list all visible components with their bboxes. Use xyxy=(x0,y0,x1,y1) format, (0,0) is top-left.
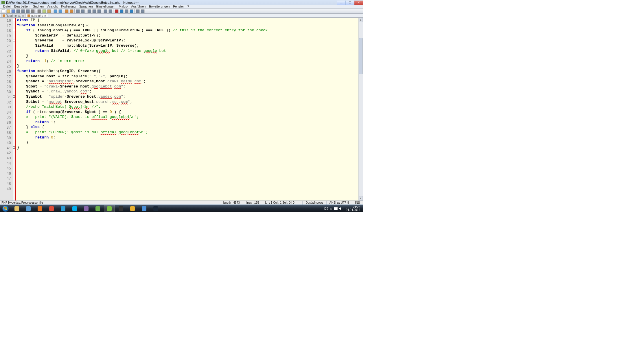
print-button[interactable] xyxy=(30,9,35,13)
taskbar-app3[interactable] xyxy=(127,205,138,212)
svg-rect-6 xyxy=(31,10,34,13)
menu-datei[interactable]: Datei xyxy=(1,5,12,8)
close-all-button[interactable] xyxy=(25,9,30,13)
taskbar-chrome[interactable] xyxy=(46,205,57,212)
save-button[interactable] xyxy=(11,9,15,13)
svg-rect-7 xyxy=(38,10,41,13)
cut-icon xyxy=(37,9,41,13)
taskbar-app4[interactable] xyxy=(139,205,150,212)
fold-toggle[interactable]: − xyxy=(13,29,15,31)
status-encoding: ANSI as UTF-8 xyxy=(326,201,352,205)
status-file-type: PHP Hypertext Preprocessor file xyxy=(0,201,220,204)
func-list-button[interactable] xyxy=(108,9,113,13)
tab-ip-inc-php[interactable]: ip.inc.php⊠ xyxy=(26,14,48,17)
close-button[interactable] xyxy=(21,9,25,13)
menu-suchen[interactable]: Suchen xyxy=(31,5,45,8)
menu-fenster[interactable]: Fenster xyxy=(171,5,185,8)
taskbar-browser[interactable] xyxy=(23,205,34,212)
open-icon xyxy=(6,9,10,13)
macro2-button[interactable] xyxy=(140,9,145,13)
cut-button[interactable] xyxy=(37,9,41,13)
menu-bearbeiten[interactable]: Bearbeiten xyxy=(12,5,31,8)
taskbar-skype[interactable] xyxy=(69,205,80,212)
paste-button[interactable] xyxy=(47,9,51,13)
clock[interactable]: 21:28 24.04.2014 xyxy=(343,205,363,212)
menu-sprachen[interactable]: Sprachen xyxy=(77,5,94,8)
menu-?[interactable]: ? xyxy=(186,5,191,8)
find-button[interactable] xyxy=(64,9,69,13)
tab-close-icon[interactable]: ⊠ xyxy=(22,14,24,17)
fold-toggle[interactable]: − xyxy=(13,146,15,149)
svg-rect-40 xyxy=(334,207,338,210)
save-all-button[interactable] xyxy=(16,9,20,13)
vertical-scrollbar[interactable]: ▲ ▼ xyxy=(358,18,363,200)
system-tray[interactable]: DE ▲ 21:28 24.04.2014 xyxy=(324,205,363,212)
taskbar-thunderbird[interactable] xyxy=(58,205,69,212)
flag-icon[interactable] xyxy=(334,207,338,210)
indent-button[interactable] xyxy=(97,9,101,13)
svg-rect-15 xyxy=(81,10,84,13)
open-button[interactable] xyxy=(6,9,10,13)
chrome-icon xyxy=(49,206,54,211)
menu-einstellungen[interactable]: Einstellungen xyxy=(95,5,117,8)
menu-kodierung[interactable]: Kodierung xyxy=(59,5,77,8)
menu-ansicht[interactable]: Ansicht xyxy=(45,5,59,8)
steam-icon xyxy=(153,206,159,211)
fold-column[interactable]: −−−−− xyxy=(13,18,15,200)
save-all-icon xyxy=(16,9,20,13)
wrap-button[interactable] xyxy=(87,9,91,13)
taskbar-app2[interactable] xyxy=(115,205,126,212)
func-list-icon xyxy=(108,9,112,13)
start-button[interactable] xyxy=(0,205,11,212)
macro1-button[interactable] xyxy=(135,9,140,13)
taskbar-explorer[interactable] xyxy=(11,205,22,212)
undo-button[interactable] xyxy=(53,9,58,13)
taskbar-steam[interactable] xyxy=(150,205,161,212)
tab-label: ip.inc.php xyxy=(31,14,43,17)
replace-button[interactable] xyxy=(69,9,74,13)
close-icon xyxy=(21,9,25,13)
folder-button[interactable] xyxy=(103,9,108,13)
svg-rect-20 xyxy=(109,10,112,13)
redo-button[interactable] xyxy=(58,9,62,13)
tray-lang[interactable]: DE xyxy=(324,207,328,210)
all-chars-button[interactable] xyxy=(92,9,96,13)
editor[interactable]: 1617181920212223242526272829303132333435… xyxy=(0,18,363,200)
rec-button[interactable] xyxy=(114,9,119,13)
scroll-up-button[interactable]: ▲ xyxy=(359,18,363,22)
menu-makro[interactable]: Makro xyxy=(117,5,130,8)
svg-rect-10 xyxy=(54,10,57,13)
volume-icon[interactable] xyxy=(339,207,342,210)
new-button[interactable] xyxy=(1,9,5,13)
taskbar-app1[interactable] xyxy=(81,205,92,212)
stop-button[interactable] xyxy=(129,9,134,13)
browser-icon xyxy=(25,206,31,211)
zoom-out-button[interactable] xyxy=(80,9,85,13)
tab-Readme-txt[interactable]: Readme.txt⊠ xyxy=(1,14,25,17)
fold-toggle[interactable]: − xyxy=(13,19,15,21)
close-button[interactable]: ✕ xyxy=(354,1,363,5)
windows-taskbar[interactable]: DE ▲ 21:28 24.04.2014 xyxy=(0,205,363,212)
taskbar-firefox[interactable] xyxy=(34,205,45,212)
svg-rect-29 xyxy=(38,206,42,211)
zoom-in-button[interactable] xyxy=(76,9,80,13)
titlebar[interactable]: E:\Working 2013\www.youtube-mp3.mobi\ser… xyxy=(0,0,363,5)
tray-up-icon[interactable]: ▲ xyxy=(330,207,333,210)
copy-button[interactable] xyxy=(42,9,46,13)
menu-erweiterungen[interactable]: Erweiterungen xyxy=(147,5,171,8)
fold-toggle[interactable]: − xyxy=(13,95,15,98)
play-multi-button[interactable] xyxy=(124,9,129,13)
minimize-button[interactable]: ▁ xyxy=(337,1,345,5)
menu-ausführen[interactable]: Ausführen xyxy=(129,5,147,8)
all-chars-icon xyxy=(92,9,96,13)
taskbar-shield[interactable] xyxy=(92,205,103,212)
play-button[interactable] xyxy=(119,9,124,13)
code-area[interactable]: class IP {function isValidGoogleCrawler(… xyxy=(15,18,358,200)
maximize-button[interactable]: ▢ xyxy=(345,1,354,5)
scrollbar-thumb[interactable] xyxy=(359,38,363,74)
fold-toggle[interactable]: − xyxy=(13,39,15,41)
taskbar-notepadpp[interactable] xyxy=(104,205,115,212)
scroll-down-button[interactable]: ▼ xyxy=(359,196,363,200)
tab-close-icon[interactable]: ⊠ xyxy=(44,14,47,17)
svg-rect-14 xyxy=(76,10,80,13)
